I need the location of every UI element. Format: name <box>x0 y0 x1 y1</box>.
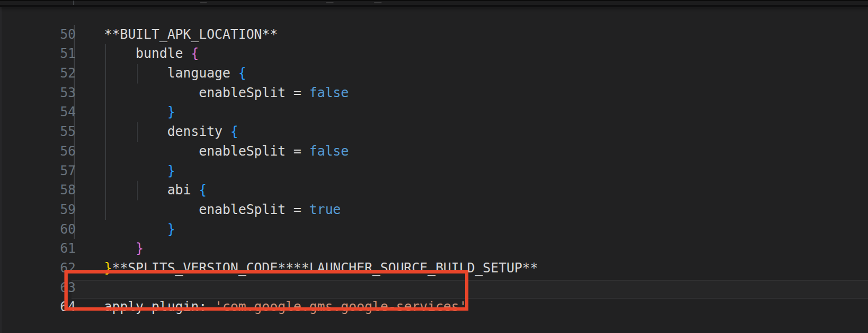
code-token: enableSplit = <box>104 144 310 159</box>
code-token: } <box>167 163 175 179</box>
line-number[interactable]: 51 <box>32 44 76 64</box>
code-line[interactable]: 50**BUILT_APK_LOCATION** <box>0 5 868 25</box>
line-number[interactable]: 52 <box>32 64 76 84</box>
code-token: **BUILT_APK_LOCATION** <box>104 27 278 42</box>
code-token: true <box>309 202 341 217</box>
code-token: } <box>136 241 144 256</box>
cropped-ui-artifact <box>374 2 382 3</box>
code-token <box>104 222 168 237</box>
code-token: bundle <box>104 46 191 61</box>
code-line-text[interactable]: } <box>104 162 175 181</box>
line-number[interactable]: 56 <box>32 142 76 162</box>
annotation-highlight-box <box>64 270 468 311</box>
code-token: { <box>230 124 238 139</box>
code-token: abi <box>104 182 199 198</box>
line-number[interactable]: 61 <box>32 239 76 259</box>
code-token <box>104 241 136 256</box>
code-token <box>104 104 168 120</box>
line-number[interactable]: 58 <box>32 181 76 200</box>
code-token: density <box>104 124 230 139</box>
code-line-text[interactable]: **BUILT_APK_LOCATION** <box>104 25 278 45</box>
cropped-ui-artifact <box>200 2 207 3</box>
code-token: { <box>191 46 199 61</box>
code-token: enableSplit = <box>104 202 310 217</box>
line-number[interactable]: 57 <box>32 162 76 181</box>
cropped-ui-artifact <box>326 2 334 3</box>
line-number[interactable]: 54 <box>32 103 76 122</box>
code-line-text[interactable]: } <box>104 103 175 122</box>
code-area[interactable]: 50**BUILT_APK_LOCATION** 51 bundle { 52 … <box>0 0 868 298</box>
code-token: } <box>167 104 175 120</box>
code-line-text[interactable]: enableSplit = false <box>104 84 349 103</box>
code-token: false <box>309 85 348 100</box>
code-token: enableSplit = <box>104 85 310 100</box>
code-token <box>104 163 168 179</box>
code-line-text[interactable]: density { <box>104 122 239 142</box>
top-strip <box>0 0 868 5</box>
code-token: } <box>167 222 175 237</box>
line-number[interactable]: 53 <box>32 84 76 103</box>
line-number[interactable]: 59 <box>32 200 76 220</box>
line-number[interactable]: 60 <box>32 220 76 240</box>
top-seam-divider <box>0 5 868 7</box>
editor-window: 50**BUILT_APK_LOCATION** 51 bundle { 52 … <box>0 0 868 333</box>
line-number[interactable]: 50 <box>32 25 76 45</box>
code-token: false <box>309 144 348 159</box>
code-token: { <box>238 66 246 81</box>
left-edge-border <box>0 0 2 333</box>
line-number[interactable]: 55 <box>32 122 76 142</box>
code-token: language <box>104 66 239 81</box>
code-line-text[interactable]: bundle { <box>104 44 199 64</box>
code-line-text[interactable]: enableSplit = false <box>104 142 349 162</box>
code-line-text[interactable]: } <box>104 239 144 259</box>
code-token: { <box>199 182 206 198</box>
code-line-text[interactable]: } <box>104 220 175 240</box>
code-line-text[interactable]: enableSplit = true <box>104 200 341 220</box>
code-line-text[interactable]: language { <box>104 64 246 84</box>
code-line-text[interactable]: abi { <box>104 181 207 200</box>
